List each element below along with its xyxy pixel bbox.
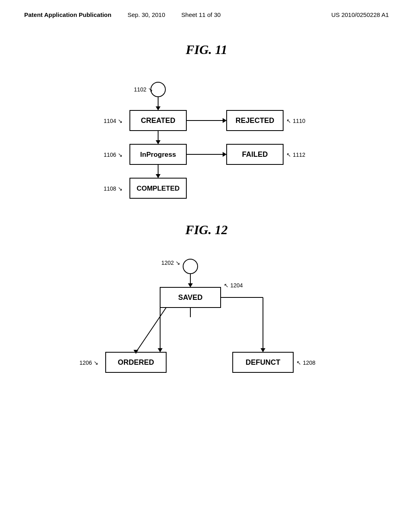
fig11-section: FIG. 11 1102 ↘ CREATED 1104 ↘ InProgress… — [0, 42, 413, 198]
label-1112: ↖ 1112 — [286, 152, 305, 158]
svg-point-16 — [183, 259, 198, 274]
fig11-title: FIG. 11 — [186, 42, 227, 57]
label-1204: ↖ 1204 — [224, 282, 243, 289]
sheet-label: Sheet 11 of 30 — [181, 11, 221, 18]
svg-marker-5 — [156, 140, 161, 144]
created-label: CREATED — [141, 116, 175, 125]
publication-label: Patent Application Publication — [24, 11, 111, 18]
fig11-diagram: 1102 ↘ CREATED 1104 ↘ InProgress 1106 ↘ … — [65, 69, 348, 198]
svg-marker-14 — [223, 152, 227, 157]
svg-point-0 — [151, 82, 165, 97]
label-1208: ↖ 1208 — [296, 360, 315, 366]
defunct-label: DEFUNCT — [246, 358, 280, 366]
label-1106: 1106 ↘ — [104, 152, 123, 158]
patent-label: US 2010/0250228 A1 — [331, 11, 389, 18]
completed-label: COMPLETED — [137, 185, 180, 192]
svg-marker-2 — [156, 106, 161, 110]
svg-marker-8 — [156, 174, 161, 178]
fig12-title: FIG. 12 — [186, 222, 228, 237]
rejected-label: REJECTED — [236, 116, 274, 125]
svg-marker-11 — [223, 118, 227, 123]
header: Patent Application Publication Sep. 30, … — [0, 0, 413, 18]
svg-line-27 — [136, 308, 166, 352]
svg-marker-24 — [158, 348, 163, 352]
ordered-label: ORDERED — [118, 358, 154, 366]
label-1202: 1202 ↘ — [161, 260, 180, 266]
label-1108: 1108 ↘ — [104, 185, 123, 192]
page: Patent Application Publication Sep. 30, … — [0, 0, 413, 532]
label-1104: 1104 ↘ — [104, 118, 123, 124]
failed-label: FAILED — [242, 150, 268, 158]
svg-marker-18 — [188, 283, 193, 287]
inprogress-label: InProgress — [140, 151, 176, 158]
label-1102: 1102 ↘ — [134, 86, 153, 93]
svg-marker-22 — [261, 348, 265, 352]
fig12-diagram: 1202 ↘ SAVED ↖ 1204 ORDERED — [65, 249, 348, 382]
date-label: Sep. 30, 2010 — [127, 11, 165, 18]
label-1110: ↖ 1110 — [286, 118, 305, 124]
label-1206: 1206 ↘ — [79, 360, 98, 366]
saved-label: SAVED — [178, 293, 203, 301]
fig12-section: FIG. 12 1202 ↘ SAVED ↖ 1204 — [0, 222, 413, 382]
